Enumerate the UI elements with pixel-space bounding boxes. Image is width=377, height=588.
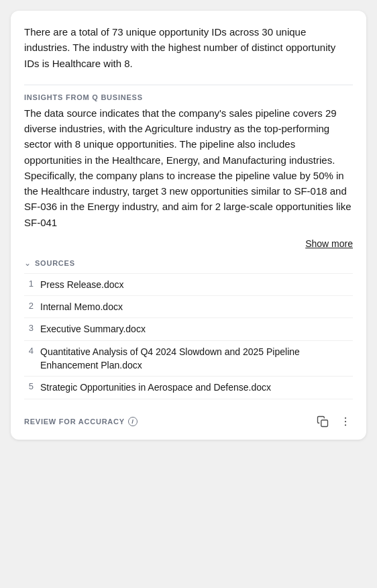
source-item: 4 Quantitative Analysis of Q4 2024 Slowd… (24, 340, 353, 377)
more-options-button[interactable] (338, 414, 353, 429)
source-item: 3 Executive Summary.docx (24, 317, 353, 340)
source-item: 1 Press Release.docx (24, 273, 353, 295)
source-name: Press Release.docx (40, 278, 124, 291)
copy-icon (317, 415, 329, 428)
source-number: 2 (24, 301, 34, 311)
source-item: 5 Strategic Opportunities in Aerospace a… (24, 376, 353, 399)
insights-label: INSIGHTS FROM Q BUSINESS (24, 93, 353, 101)
source-name: Strategic Opportunities in Aerospace and… (40, 381, 271, 394)
main-card: There are a total of 73 unique opportuni… (11, 11, 366, 440)
more-options-icon (339, 415, 352, 428)
sources-section: ⌄ SOURCES 1 Press Release.docx 2 Interna… (24, 258, 353, 399)
source-name: Executive Summary.docx (40, 322, 146, 336)
source-number: 3 (24, 323, 34, 333)
info-icon[interactable]: i (128, 417, 138, 426)
show-more-button[interactable]: Show more (305, 238, 353, 249)
review-for-accuracy-label: REVIEW FOR ACCURACY i (24, 417, 138, 426)
source-number: 4 (24, 346, 34, 356)
show-more-row: Show more (24, 238, 353, 249)
svg-point-1 (345, 417, 346, 418)
review-label-text: REVIEW FOR ACCURACY (24, 418, 125, 426)
footer: REVIEW FOR ACCURACY i (24, 409, 353, 429)
insights-text: The data source indicates that the compa… (24, 105, 353, 230)
divider-1 (24, 85, 353, 85)
sources-chevron-icon: ⌄ (24, 258, 31, 268)
svg-point-2 (345, 420, 346, 422)
source-name: Quantitative Analysis of Q4 2024 Slowdow… (40, 345, 353, 373)
sources-header[interactable]: ⌄ SOURCES (24, 258, 353, 268)
footer-actions (315, 414, 353, 429)
svg-point-3 (345, 424, 346, 426)
sources-list: 1 Press Release.docx 2 Internal Memo.doc… (24, 273, 353, 399)
source-name: Internal Memo.docx (40, 300, 123, 313)
source-number: 5 (24, 381, 34, 391)
insights-section: INSIGHTS FROM Q BUSINESS The data source… (24, 93, 353, 230)
summary-text: There are a total of 73 unique opportuni… (24, 24, 353, 71)
source-number: 1 (24, 279, 34, 289)
copy-button[interactable] (315, 414, 330, 429)
sources-label: SOURCES (35, 259, 75, 267)
svg-rect-0 (321, 420, 328, 426)
source-item: 2 Internal Memo.docx (24, 295, 353, 317)
